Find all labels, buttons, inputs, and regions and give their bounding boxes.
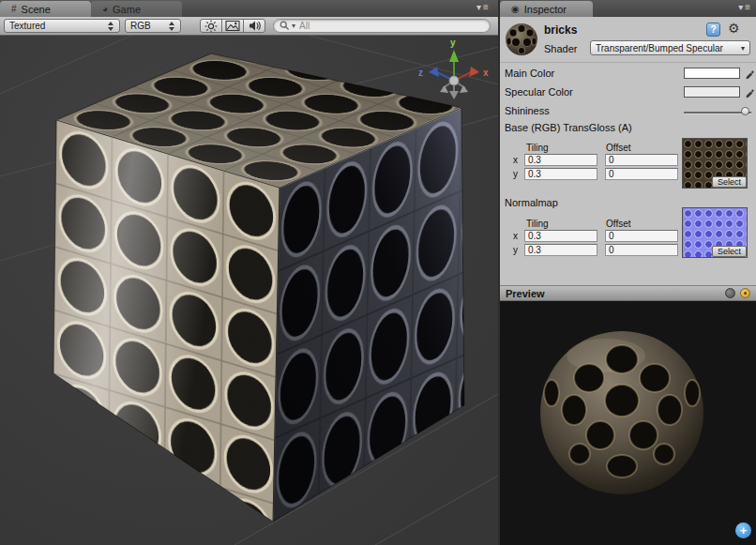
normal-row-y-label: y: [513, 245, 518, 256]
scene-toolbar: Textured RGB: [0, 17, 498, 36]
pane-menu-icon[interactable]: ≡: [483, 2, 491, 12]
gizmo-x-cone[interactable]: [469, 67, 479, 77]
scene-view-toggles: [200, 19, 265, 33]
gizmo-y-label: y: [450, 38, 456, 48]
tab-scene[interactable]: # Scene: [0, 1, 91, 17]
unity-editor-window: # Scene ◕ Game ▾≡ ◉ Inspector ▾≡ Texture…: [0, 0, 756, 545]
specular-color-label: Specular Color: [505, 86, 573, 98]
scene-tab-icon: #: [11, 4, 17, 14]
inspector-tab-label: Inspector: [524, 4, 567, 15]
normal-tiling-x-input[interactable]: [524, 230, 597, 242]
preview-add-button[interactable]: +: [735, 522, 751, 538]
material-name: bricks: [544, 23, 577, 37]
inspector-pane-menu[interactable]: ▾≡: [738, 2, 752, 12]
gizmo-y-cone[interactable]: [449, 50, 459, 62]
normal-texture-thumbnail[interactable]: Select: [682, 207, 748, 258]
tab-well: # Scene ◕ Game ▾≡ ◉ Inspector ▾≡: [0, 0, 756, 17]
main-color-swatch[interactable]: [684, 68, 740, 79]
render-mode-dropdown[interactable]: RGB: [125, 19, 181, 33]
pane-dropdown-icon[interactable]: ▾: [476, 2, 483, 12]
inspector-tab-icon: ◉: [511, 4, 520, 14]
shader-value: Transparent/Bumped Specular: [596, 43, 723, 53]
shininess-label: Shininess: [505, 105, 550, 117]
game-tab-icon: ◕: [102, 4, 108, 14]
help-button[interactable]: ?: [706, 23, 720, 37]
main-color-label: Main Color: [505, 68, 554, 80]
base-offset-x-input[interactable]: [605, 154, 678, 166]
scene-search-field[interactable]: ▾: [273, 19, 491, 33]
scene-pane-menu[interactable]: ▾≡: [476, 2, 491, 12]
help-icon: ?: [710, 24, 716, 35]
eyedropper-icon[interactable]: [744, 68, 756, 80]
gear-icon: ⚙: [728, 21, 740, 36]
material-preview-icon: [503, 20, 540, 59]
gizmo-z-label: z: [418, 68, 423, 78]
scene-lighting-button[interactable]: [200, 19, 222, 33]
inspector-menu-icon[interactable]: ≡: [745, 2, 752, 12]
base-row-x-label: x: [513, 155, 518, 166]
textured-cube: [53, 53, 464, 522]
preview-title: Preview: [506, 288, 720, 299]
base-tiling-x-input[interactable]: [524, 154, 597, 166]
inspector-panel: bricks Shader Transparent/Bumped Specula…: [500, 17, 756, 545]
speaker-icon: [248, 20, 261, 32]
base-texture-thumbnail[interactable]: Select: [682, 138, 748, 189]
base-row-y-label: y: [513, 169, 518, 180]
tab-inspector[interactable]: ◉ Inspector: [500, 1, 593, 17]
draw-mode-dropdown[interactable]: Textured: [4, 19, 120, 33]
orientation-gizmo[interactable]: y x z: [411, 36, 497, 109]
plus-icon: +: [740, 524, 748, 537]
gizmo-neg-cone[interactable]: [460, 85, 468, 93]
normal-map-label: Normalmap: [505, 197, 558, 209]
gizmo-neg-cone[interactable]: [440, 85, 448, 93]
gizmo-neg-cone[interactable]: [449, 91, 459, 99]
tab-game[interactable]: ◕ Game: [91, 1, 182, 17]
popup-arrows-icon: [108, 22, 114, 31]
normal-tiling-header: Tiling: [526, 219, 549, 230]
specular-color-swatch[interactable]: [684, 86, 740, 98]
gizmo-z-cone[interactable]: [429, 67, 439, 77]
base-select-button[interactable]: Select: [712, 176, 747, 188]
render-mode-label: RGB: [130, 21, 151, 31]
base-offset-header: Offset: [606, 143, 631, 154]
scene-fx-button[interactable]: [221, 19, 244, 33]
normal-offset-x-input[interactable]: [605, 230, 678, 242]
normal-select-button[interactable]: Select: [712, 246, 747, 257]
normal-offset-y-input[interactable]: [605, 244, 678, 256]
image-icon: [225, 20, 240, 32]
shader-label: Shader: [544, 43, 577, 55]
shader-dropdown[interactable]: Transparent/Bumped Specular ▾: [590, 40, 750, 55]
scene-3d-canvas: [0, 36, 498, 545]
preview-header[interactable]: Preview: [500, 285, 756, 301]
scene-viewport[interactable]: y x z: [0, 36, 498, 545]
preview-popout-button[interactable]: [740, 288, 750, 298]
popup-arrows-icon: [169, 22, 175, 31]
eyedropper-icon[interactable]: [744, 86, 756, 98]
chevron-down-icon: ▾: [741, 44, 745, 53]
header-separator: [500, 62, 756, 63]
settings-button[interactable]: ⚙: [728, 21, 740, 36]
normal-offset-header: Offset: [606, 219, 631, 230]
game-tab-label: Game: [113, 4, 141, 15]
preview-sphere: [500, 301, 756, 545]
scene-tab-label: Scene: [22, 4, 51, 15]
normal-row-x-label: x: [513, 231, 518, 242]
base-offset-y-input[interactable]: [605, 168, 678, 180]
sun-icon: [204, 20, 218, 33]
base-tiling-header: Tiling: [526, 143, 549, 154]
search-icon: [280, 21, 290, 31]
gizmo-x-label: x: [483, 68, 489, 78]
base-tiling-y-input[interactable]: [524, 168, 597, 180]
base-map-label: Base (RGB) TransGloss (A): [505, 122, 632, 134]
search-filter-dropdown-icon[interactable]: ▾: [292, 22, 295, 30]
search-input[interactable]: [297, 20, 484, 33]
preview-options-button[interactable]: [725, 288, 735, 298]
shininess-slider-thumb[interactable]: [741, 107, 749, 115]
draw-mode-label: Textured: [9, 21, 45, 31]
scene-audio-button[interactable]: [243, 19, 265, 33]
normal-tiling-y-input[interactable]: [524, 244, 597, 256]
preview-canvas[interactable]: +: [500, 301, 756, 545]
gizmo-center[interactable]: [449, 76, 459, 85]
